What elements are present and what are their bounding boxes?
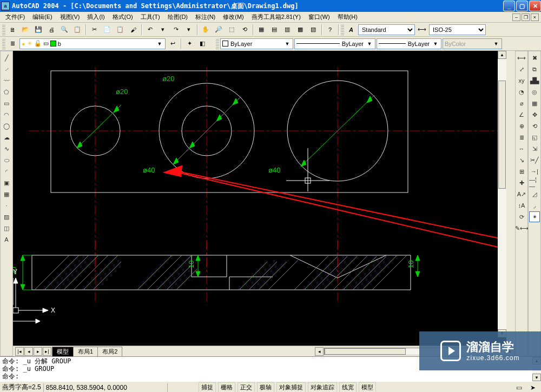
copy-obj-button[interactable]: ⧉ xyxy=(529,64,540,75)
redo-button[interactable]: ↷ xyxy=(170,24,182,36)
break-button[interactable]: —¦— xyxy=(529,177,540,188)
polygon-button[interactable]: ⬠ xyxy=(1,87,12,97)
maximize-button[interactable]: ▢ xyxy=(516,1,528,11)
layer-combo[interactable]: ● ☀ 🔓 ▭ b ▼ xyxy=(19,38,166,49)
menu-file[interactable]: 文件(F) xyxy=(3,12,27,22)
dim-angular-button[interactable]: ∠ xyxy=(516,109,527,120)
arc-button[interactable]: ◠ xyxy=(1,109,12,120)
copy-button[interactable]: 📄 xyxy=(101,24,113,36)
hatch-button[interactable]: ▨ xyxy=(1,211,12,222)
print-button[interactable]: 🖨 xyxy=(45,24,57,36)
linetype-combo[interactable]: ByLayer ▼ xyxy=(294,38,375,49)
menu-modify[interactable]: 修改(M) xyxy=(221,12,246,22)
scroll-left-button[interactable]: ◂ xyxy=(315,347,324,356)
ortho-toggle[interactable]: 正交 xyxy=(237,382,255,392)
block-make-button[interactable]: ▦ xyxy=(1,189,12,200)
osnap-toggle[interactable]: 对象捕捉 xyxy=(276,382,306,392)
center-mark-button[interactable]: ✚ xyxy=(516,177,527,188)
dimstyle-select[interactable]: ISO-25 xyxy=(429,24,486,35)
textstyle-select[interactable]: Standard xyxy=(358,24,415,35)
dimstyle-button[interactable]: ✎⟷ xyxy=(516,223,527,234)
chamfer-button[interactable]: ◿ xyxy=(529,189,540,200)
cut-button[interactable]: ✂ xyxy=(88,24,100,36)
menu-format[interactable]: 格式(O) xyxy=(110,12,135,22)
dim-update-button[interactable]: ⟳ xyxy=(516,211,527,222)
menu-help[interactable]: 帮助(H) xyxy=(335,12,360,22)
toolbar-grip[interactable] xyxy=(216,38,219,49)
snap-toggle[interactable]: 捕捉 xyxy=(199,382,216,392)
toolbar-grip[interactable] xyxy=(2,24,5,35)
minimize-button[interactable]: _ xyxy=(503,1,515,11)
toolbar-grip[interactable] xyxy=(341,24,344,35)
erase-button[interactable]: ✖ xyxy=(529,52,540,63)
tab-last-button[interactable]: ▸| xyxy=(43,347,51,356)
menu-tools[interactable]: 工具(T) xyxy=(138,12,162,22)
dim-text-edit-button[interactable]: ↕A xyxy=(516,200,527,211)
scale-button[interactable]: ◱ xyxy=(529,132,540,143)
open-button[interactable]: 📂 xyxy=(19,24,31,36)
move-button[interactable]: ✥ xyxy=(529,109,540,120)
rotate-button[interactable]: ⟲ xyxy=(529,121,540,131)
menu-draw[interactable]: 绘图(D) xyxy=(166,12,190,22)
undo-button[interactable]: ↶ xyxy=(144,24,156,36)
tab-layout2[interactable]: 布局2 xyxy=(97,347,122,356)
menu-window[interactable]: 窗口(W) xyxy=(306,12,332,22)
extend-button[interactable]: →| xyxy=(529,166,540,177)
trim-button[interactable]: ✂╱ xyxy=(529,155,540,165)
close-button[interactable]: ✕ xyxy=(529,1,541,11)
revcloud-button[interactable]: ☁ xyxy=(1,132,12,143)
toolbar-grip[interactable] xyxy=(2,38,5,49)
ellipse-button[interactable]: ⬭ xyxy=(1,155,12,165)
layer-prev-button[interactable]: ↩ xyxy=(167,38,179,50)
block-insert-button[interactable]: ▣ xyxy=(1,177,12,188)
publish-button[interactable]: 📋 xyxy=(71,24,83,36)
scroll-up-button[interactable]: ▲ xyxy=(498,51,506,59)
array-button[interactable]: ▦ xyxy=(529,98,540,109)
dim-diameter-button[interactable]: ⌀ xyxy=(516,98,527,109)
menu-yanxiu[interactable]: 燕秀工具箱2.81(Y) xyxy=(249,12,303,22)
dim-linear-button[interactable]: ⟷ xyxy=(516,52,527,63)
color-combo[interactable]: ByLayer ▼ xyxy=(220,38,293,49)
tab-next-button[interactable]: ▸ xyxy=(34,347,42,356)
dim-continue-button[interactable]: ↔ xyxy=(516,143,527,154)
sheetset-button[interactable]: ▧ xyxy=(307,24,319,36)
tool-palettes-button[interactable]: ▥ xyxy=(281,24,293,36)
tolerance-button[interactable]: ⊞ xyxy=(516,166,527,177)
save-button[interactable]: 💾 xyxy=(32,24,44,36)
zoom-prev-button[interactable]: ⟲ xyxy=(239,24,250,36)
mdi-restore-button[interactable]: ❐ xyxy=(522,14,530,21)
menu-insert[interactable]: 插入(I) xyxy=(85,12,107,22)
paste-button[interactable]: 📋 xyxy=(114,24,126,36)
stretch-button[interactable]: ⇲ xyxy=(529,143,540,154)
mtext-button[interactable]: A xyxy=(1,234,12,245)
help-button[interactable]: ? xyxy=(324,24,336,36)
menu-view[interactable]: 视图(V) xyxy=(58,12,82,22)
point-button[interactable]: · xyxy=(1,200,12,211)
layer-manager-button[interactable]: ≣ xyxy=(6,38,18,50)
mirror-button[interactable]: ▟▙ xyxy=(529,75,540,86)
lineweight-combo[interactable]: ByLayer ▼ xyxy=(377,38,441,49)
preview-button[interactable]: 🔍 xyxy=(58,24,70,36)
zoom-window-button[interactable]: ⬚ xyxy=(226,24,237,36)
zoom-realtime-button[interactable]: 🔎 xyxy=(213,24,225,36)
tab-first-button[interactable]: |◂ xyxy=(15,347,24,356)
tab-model[interactable]: 模型 xyxy=(52,347,74,356)
tab-prev-button[interactable]: ◂ xyxy=(24,347,33,356)
layer-state-button[interactable]: ◧ xyxy=(196,38,208,50)
undo-drop-button[interactable]: ▾ xyxy=(157,24,169,36)
dim-radius-button[interactable]: ◔ xyxy=(516,87,527,97)
qleader-button[interactable]: ↘ xyxy=(516,155,527,165)
line-button[interactable]: ╱ xyxy=(1,52,12,63)
polar-toggle[interactable]: 极轴 xyxy=(257,382,274,392)
mdi-close-button[interactable]: × xyxy=(531,14,539,21)
dim-edit-button[interactable]: A↗ xyxy=(516,189,527,200)
drawing-canvas[interactable]: ø20 ø20 ø40 ø40 20 10 10 xyxy=(13,51,515,346)
region-button[interactable]: ◫ xyxy=(1,223,12,234)
menu-edit[interactable]: 编辑(E) xyxy=(30,12,55,22)
status-tray-icon[interactable]: ➤ xyxy=(527,382,539,393)
make-layer-current-button[interactable]: ✦ xyxy=(183,38,195,50)
fillet-button[interactable]: ◞ xyxy=(529,200,540,211)
dim-aligned-button[interactable]: ⤢ xyxy=(516,64,527,75)
pan-button[interactable]: ✋ xyxy=(200,24,212,36)
dim-ordinate-button[interactable]: xy xyxy=(516,75,527,86)
